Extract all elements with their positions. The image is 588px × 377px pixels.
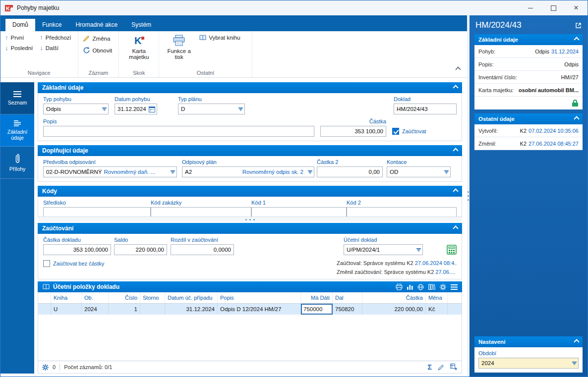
chart-button[interactable] — [407, 284, 413, 290]
section-header-zakladni-udaje[interactable]: Základní údaje — [38, 82, 462, 93]
section-header-kody[interactable]: Kódy — [38, 186, 462, 197]
kontace-select[interactable]: OD — [387, 166, 451, 177]
column-kniha[interactable]: Kniha — [51, 292, 82, 303]
obdobi-select[interactable]: 2024 — [478, 358, 579, 369]
asset-card-button[interactable]: K Karta majetku — [123, 35, 154, 68]
next-button[interactable]: ↓Další — [40, 45, 71, 51]
calculator-button[interactable] — [447, 245, 457, 255]
web-button[interactable] — [417, 284, 424, 290]
close-button[interactable]: × — [565, 0, 588, 15]
change-button[interactable]: Změna — [83, 35, 113, 42]
panel-section-header[interactable]: Ostatní údaje — [474, 113, 583, 124]
column-ma-dati[interactable]: Má Dáti — [301, 292, 333, 303]
library-button[interactable] — [428, 284, 435, 290]
tab-hromadne-akce[interactable]: Hromadné akce — [68, 19, 124, 31]
datum-pohybu-input[interactable]: 31.12.2024 — [115, 104, 157, 114]
column-popis[interactable]: Popis — [218, 292, 301, 303]
cell-castka[interactable]: 220 000,00 — [362, 304, 426, 315]
table-row[interactable]: U 2024 1 31.12.2024 Odpis D 12/2024 HM/2… — [38, 304, 462, 315]
sidebar-item-zakladni-udaje[interactable]: Základní údaje — [0, 114, 34, 147]
chevron-up-icon[interactable] — [574, 339, 579, 344]
settings-button[interactable] — [440, 284, 446, 290]
select-book-button[interactable]: Vybrat knihu — [199, 35, 240, 41]
cell-popis[interactable]: Odpis D 12/2024 HM/27 — [218, 304, 301, 315]
chevron-up-icon[interactable] — [453, 85, 458, 90]
ribbon-group-ostatni: Funkce a tisk Vybrat knihu Ostatní — [159, 31, 252, 77]
rozdil-input[interactable] — [171, 244, 234, 255]
tab-domu[interactable]: Domů — [5, 19, 35, 31]
castka-dokladu-input[interactable] — [43, 244, 111, 255]
sidebar-item-seznam[interactable]: Seznam — [0, 82, 34, 114]
sum-button[interactable]: Σ — [428, 363, 432, 371]
chevron-up-icon[interactable] — [453, 225, 458, 231]
zauctovat-checkbox[interactable] — [392, 128, 399, 135]
panel-section-header[interactable]: Nastavení — [474, 336, 583, 347]
functions-print-button[interactable]: Funkce a tisk — [164, 35, 194, 68]
prev-button[interactable]: ↑Předchozí — [40, 35, 71, 41]
cell-storno[interactable] — [140, 304, 165, 315]
odpisovy-plan-select[interactable]: A2Rovnoměrný odpis sk. 2 — [182, 166, 314, 177]
section-header-zauctovani[interactable]: Zaúčtování — [38, 223, 462, 234]
print-button[interactable] — [396, 284, 403, 290]
predvolba-select[interactable]: 02-D-ROVNOMĚRNÝRovnoměrný daň. ... — [43, 166, 177, 177]
castka-input[interactable] — [320, 126, 386, 137]
cell-mena[interactable]: Kč — [426, 304, 448, 315]
calendar-icon[interactable] — [149, 106, 155, 112]
sidebar-item-prilohy[interactable]: Přílohy — [0, 147, 34, 179]
ucetni-doklad-select[interactable]: U/PM/2024/1 — [344, 244, 423, 255]
cell-cislo[interactable]: 1 — [109, 304, 140, 315]
column-cislo[interactable]: Číslo — [109, 292, 140, 303]
chevron-down-icon[interactable] — [236, 104, 244, 114]
kod2-input[interactable] — [347, 207, 457, 217]
cell-ob[interactable]: 2024 — [82, 304, 109, 315]
tab-system[interactable]: Systém — [124, 19, 158, 31]
maximize-button[interactable] — [542, 0, 565, 15]
open-in-window-button[interactable] — [575, 22, 582, 29]
cell-datum[interactable]: 31.12.2024 — [165, 304, 218, 315]
castka-field: Částka — [320, 118, 386, 137]
column-mena[interactable]: Měna — [426, 292, 448, 303]
edit-button[interactable] — [438, 364, 444, 371]
minimize-button[interactable] — [519, 0, 542, 15]
last-button[interactable]: ↓Poslední — [5, 45, 33, 51]
kod1-input[interactable] — [251, 207, 347, 217]
typ-planu-select[interactable]: D — [178, 104, 245, 114]
tab-funkce[interactable]: Funkce — [35, 19, 68, 31]
stredisko-input[interactable] — [43, 207, 151, 217]
kod-zakazky-input[interactable] — [151, 207, 251, 217]
typ-pohybu-select[interactable]: Odpis — [43, 104, 109, 114]
column-castka[interactable]: Částka — [362, 292, 426, 303]
popis-input[interactable] — [43, 126, 314, 137]
chevron-down-icon[interactable] — [414, 245, 422, 255]
add-table-button[interactable] — [450, 364, 458, 371]
column-dal[interactable]: Dal — [333, 292, 362, 303]
menu-button[interactable] — [451, 284, 458, 290]
chevron-down-icon[interactable] — [169, 167, 176, 177]
column-ob[interactable]: Ob. — [82, 292, 109, 303]
chevron-down-icon[interactable] — [442, 167, 450, 177]
filter-button[interactable] — [42, 364, 49, 371]
chevron-down-icon[interactable] — [100, 104, 108, 114]
castka2-input[interactable] — [317, 166, 383, 177]
column-storno[interactable]: Storno — [140, 292, 165, 303]
panel-section-header[interactable]: Základní údaje — [474, 34, 583, 45]
section-header-doplnujici-udaje[interactable]: Doplňující údaje — [38, 145, 462, 156]
saldo-field: Saldo — [114, 237, 167, 255]
saldo-input[interactable] — [114, 244, 167, 255]
column-datum[interactable]: Datum úč. případu — [165, 292, 218, 303]
chevron-down-icon[interactable] — [570, 358, 578, 368]
first-button[interactable]: ↑První — [5, 35, 33, 41]
bez-castky-checkbox[interactable] — [43, 260, 50, 267]
chevron-down-icon[interactable] — [306, 167, 314, 177]
chevron-up-icon[interactable] — [453, 188, 458, 194]
cell-dal[interactable]: 750820 — [333, 304, 362, 315]
chevron-up-icon[interactable] — [453, 148, 458, 153]
cell-kniha[interactable]: U — [51, 304, 82, 315]
chevron-up-icon[interactable] — [574, 116, 579, 121]
horizontal-splitter[interactable] — [38, 217, 462, 222]
cell-ma-dati-selected[interactable]: 750000 — [301, 304, 333, 315]
chevron-up-icon[interactable] — [574, 37, 579, 42]
collapse-ribbon-button[interactable] — [456, 64, 460, 73]
doklad-input[interactable] — [394, 104, 457, 114]
refresh-button[interactable]: Obnovit — [83, 47, 113, 54]
